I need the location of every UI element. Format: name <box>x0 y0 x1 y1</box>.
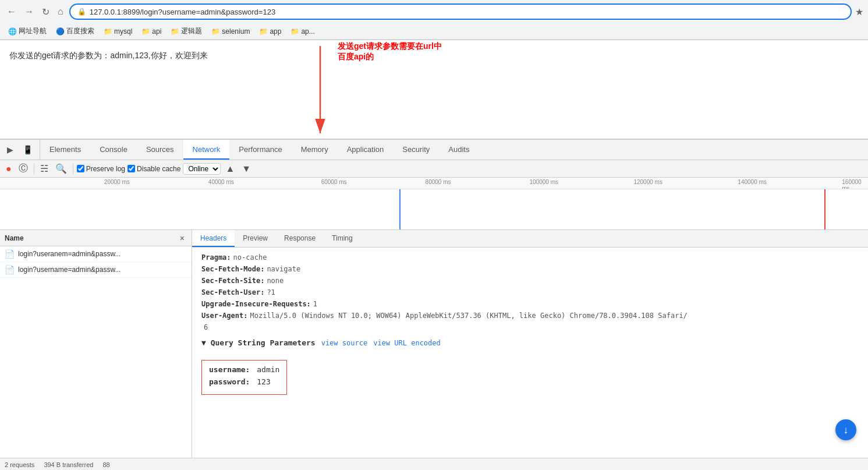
browser-chrome: ← → ↻ ⌂ 🔒 ★ 🌐 网址导航 🔵 百度搜索 📁 mysql 📁 api … <box>0 0 868 40</box>
detail-panel: Headers Preview Response Timing Pragma: … <box>192 230 868 458</box>
header-name-sec-fetch-mode: Sec-Fetch-Mode: <box>201 265 264 273</box>
search-button[interactable]: 🔍 <box>53 162 69 175</box>
detail-tab-response[interactable]: Response <box>276 230 324 247</box>
tab-application[interactable]: Application <box>338 140 394 160</box>
bookmark-icon-ap: 📁 <box>290 27 299 36</box>
header-name-upgrade-insecure: Upgrade-Insecure-Requests: <box>201 300 311 308</box>
throttle-select[interactable]: Online <box>183 163 221 175</box>
timeline-graph <box>0 189 868 230</box>
header-name-sec-fetch-user: Sec-Fetch-User: <box>201 288 264 296</box>
header-value-sec-fetch-user: ?1 <box>267 288 275 296</box>
inspect-element-button[interactable]: ▶ <box>3 143 17 157</box>
disable-cache-input[interactable] <box>127 165 135 172</box>
lock-icon: 🔒 <box>77 8 86 16</box>
bookmark-api[interactable]: 📁 api <box>138 26 165 37</box>
query-string-section: ▼ Query String Parameters view source vi… <box>201 338 859 395</box>
timeline-red-marker <box>824 189 826 230</box>
query-key-username: username: <box>209 365 250 374</box>
timeline-blue-marker <box>399 189 401 230</box>
bookmark-logic[interactable]: 📁 逻辑题 <box>167 25 206 37</box>
devtools-tabs: ▶ 📱 Elements Console Sources Network Per… <box>0 140 868 160</box>
tab-performance[interactable]: Performance <box>229 140 291 160</box>
back-button[interactable]: ← <box>5 4 19 19</box>
bookmark-label-app: app <box>270 27 281 36</box>
tab-memory[interactable]: Memory <box>292 140 338 160</box>
detail-tab-preview[interactable]: Preview <box>235 230 276 247</box>
address-bar-wrap: 🔒 <box>69 3 852 20</box>
devtools-main: Name × 📄 login?useranem=admin&passw... 📄… <box>0 230 868 458</box>
annotation-line1: 发送get请求参数需要在url中 <box>338 41 442 52</box>
bookmark-icon-baidu: 🔵 <box>56 27 65 36</box>
star-button[interactable]: ★ <box>855 6 863 17</box>
bookmark-wangzhi[interactable]: 🌐 网址导航 <box>5 25 50 37</box>
tick-120000: 120000 ms <box>633 179 662 185</box>
header-value-user-agent-cont: 6 <box>204 323 208 331</box>
view-url-encoded-link[interactable]: view URL encoded <box>373 339 441 347</box>
bookmark-icon-app: 📁 <box>259 27 268 36</box>
header-sec-fetch-site: Sec-Fetch-Site: none <box>201 277 859 285</box>
header-name-sec-fetch-site: Sec-Fetch-Site: <box>201 277 264 285</box>
bookmark-label-selenium: selenium <box>222 27 250 36</box>
preserve-log-input[interactable] <box>77 165 84 172</box>
bookmark-icon-mysql: 📁 <box>104 27 112 36</box>
request-label-1: login?useranem=admin&passw... <box>18 250 121 258</box>
forward-button[interactable]: → <box>22 4 36 19</box>
preserve-log-checkbox[interactable]: Preserve log <box>77 165 125 173</box>
header-value-user-agent: Mozilla/5.0 (Windows NT 10.0; WOW64) App… <box>250 312 687 320</box>
scroll-to-bottom-button[interactable]: ↓ <box>835 419 856 440</box>
header-upgrade-insecure: Upgrade-Insecure-Requests: 1 <box>201 300 859 308</box>
detail-tab-headers[interactable]: Headers <box>192 230 235 247</box>
disable-cache-checkbox[interactable]: Disable cache <box>127 165 180 173</box>
annotation-line2: 百度api的 <box>338 52 442 62</box>
bookmark-label-logic: 逻辑题 <box>181 26 202 36</box>
header-pragma: Pragma: no-cache <box>201 253 859 261</box>
bookmark-baidu[interactable]: 🔵 百度搜索 <box>52 25 98 37</box>
tab-sources[interactable]: Sources <box>137 140 183 160</box>
download-button[interactable]: ▼ <box>239 162 253 175</box>
view-source-link[interactable]: view source <box>321 339 367 347</box>
bookmark-selenium[interactable]: 📁 selenium <box>208 26 253 37</box>
detail-tab-timing[interactable]: Timing <box>324 230 361 247</box>
timeline-area: 20000 ms 40000 ms 60000 ms 80000 ms 1000… <box>0 178 868 230</box>
bookmark-label-wangzhi: 网址导航 <box>19 26 47 36</box>
tick-160000: 160000 ms <box>842 179 868 189</box>
bookmark-app[interactable]: 📁 app <box>256 26 285 37</box>
device-toggle-button[interactable]: 📱 <box>19 143 36 157</box>
query-row-password: password: 123 <box>209 377 279 386</box>
header-name-user-agent: User-Agent: <box>201 312 247 320</box>
bookmark-mysql[interactable]: 📁 mysql <box>100 26 136 37</box>
filter-button[interactable]: ☵ <box>38 162 51 175</box>
bookmark-icon-wangzhi: 🌐 <box>8 27 17 36</box>
detail-tabs: Headers Preview Response Timing <box>192 230 868 248</box>
requests-count: 2 requests <box>5 461 34 468</box>
request-item-2[interactable]: 📄 login?username=admin&passw... <box>0 262 192 278</box>
tick-20000: 20000 ms <box>104 179 130 185</box>
tab-network[interactable]: Network <box>183 140 230 160</box>
detail-content: Pragma: no-cache Sec-Fetch-Mode: navigat… <box>192 248 868 401</box>
tick-80000: 80000 ms <box>426 179 451 185</box>
query-val-password: 123 <box>257 377 270 386</box>
clear-button[interactable]: Ⓒ <box>16 161 30 176</box>
close-detail-button[interactable]: × <box>178 232 187 244</box>
header-name-pragma: Pragma: <box>201 253 231 261</box>
tab-audits[interactable]: Audits <box>439 140 479 160</box>
tab-console[interactable]: Console <box>90 140 137 160</box>
bookmark-ap[interactable]: 📁 ap... <box>287 26 318 37</box>
transferred-size: 394 B transferred <box>44 461 93 468</box>
tab-elements[interactable]: Elements <box>40 140 90 160</box>
bookmark-label-ap: ap... <box>301 27 314 36</box>
record-button[interactable]: ● <box>3 162 14 175</box>
header-value-sec-fetch-site: none <box>267 277 284 285</box>
request-label-2: login?username=admin&passw... <box>18 266 121 274</box>
request-item-1[interactable]: 📄 login?useranem=admin&passw... <box>0 246 192 262</box>
address-bar[interactable] <box>90 8 844 16</box>
network-subtoolbar: ● Ⓒ ☵ 🔍 Preserve log Disable cache Onlin… <box>0 160 868 178</box>
tick-100000: 100000 ms <box>530 179 558 185</box>
home-button[interactable]: ⌂ <box>55 4 66 19</box>
query-val-username: admin <box>257 365 279 374</box>
query-params-box: username: admin password: 123 <box>201 360 287 395</box>
upload-button[interactable]: ▲ <box>223 162 237 175</box>
refresh-button[interactable]: ↻ <box>40 4 52 20</box>
tab-security[interactable]: Security <box>393 140 439 160</box>
timeline-ruler: 20000 ms 40000 ms 60000 ms 80000 ms 1000… <box>0 178 868 189</box>
